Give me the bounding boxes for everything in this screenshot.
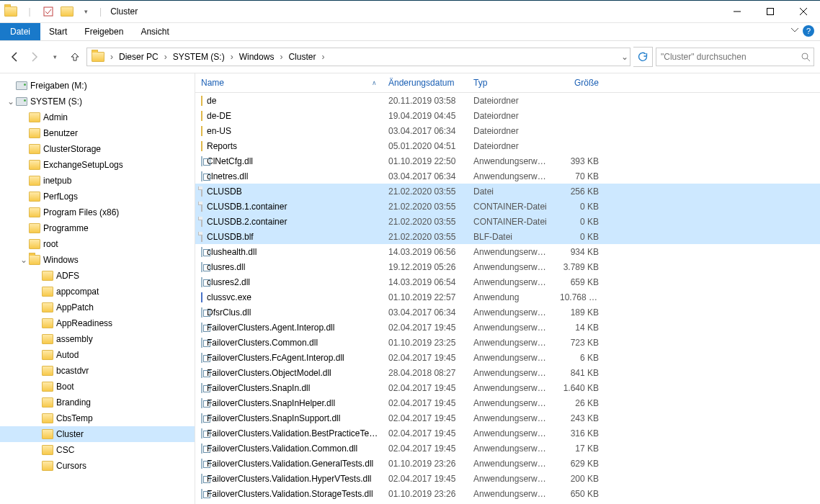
tree-node[interactable]: ›assembly bbox=[0, 331, 195, 347]
file-rows[interactable]: de20.11.2019 03:58Dateiordnerde-DE19.04.… bbox=[195, 93, 820, 504]
qat-properties-icon[interactable] bbox=[40, 4, 56, 19]
tree-node[interactable]: ›Admin bbox=[0, 109, 195, 125]
table-row[interactable]: en-US03.04.2017 06:34Dateiordner bbox=[195, 123, 820, 138]
column-size[interactable]: Größe bbox=[554, 73, 605, 92]
breadcrumb[interactable]: SYSTEM (S:) bbox=[170, 49, 228, 65]
tab-file[interactable]: Datei bbox=[0, 23, 40, 40]
table-row[interactable]: CLUSDB21.02.2020 03:55Datei256 KB bbox=[195, 184, 820, 199]
table-row[interactable]: FailoverClusters.Common.dll01.10.2019 23… bbox=[195, 335, 820, 350]
cell-date: 21.02.2020 03:55 bbox=[383, 186, 468, 197]
chevron-right-icon[interactable]: › bbox=[163, 52, 169, 62]
breadcrumb-root-icon[interactable] bbox=[89, 49, 107, 65]
cell-date: 14.03.2019 06:56 bbox=[383, 247, 468, 257]
tree-node[interactable]: ›ClusterStorage bbox=[0, 141, 195, 157]
help-icon[interactable]: ? bbox=[803, 25, 814, 37]
tree-node[interactable]: ›root bbox=[0, 236, 195, 252]
tree-node[interactable]: ›Programme bbox=[0, 220, 195, 236]
tree-node[interactable]: ›bcastdvr bbox=[0, 363, 195, 379]
refresh-button[interactable] bbox=[633, 47, 653, 67]
tree-node[interactable]: ›Cluster bbox=[0, 426, 195, 442]
table-row[interactable]: FailoverClusters.Validation.GeneralTests… bbox=[195, 456, 820, 471]
tree-node[interactable]: ⌄SYSTEM (S:) bbox=[0, 94, 195, 109]
table-row[interactable]: ClNetCfg.dll01.10.2019 22:50Anwendungser… bbox=[195, 153, 820, 168]
chevron-right-icon[interactable]: › bbox=[278, 52, 284, 62]
table-row[interactable]: clusres.dll19.12.2019 05:26Anwendungserw… bbox=[195, 259, 820, 274]
address-bar[interactable]: › Dieser PC › SYSTEM (S:) › Windows › Cl… bbox=[86, 48, 630, 66]
tree-label: ExchangeSetupLogs bbox=[43, 160, 123, 170]
table-row[interactable]: clnetres.dll03.04.2017 06:34Anwendungser… bbox=[195, 168, 820, 184]
table-row[interactable]: de-DE19.04.2019 04:45Dateiordner bbox=[195, 108, 820, 123]
qat-dropdown-icon[interactable]: ▾ bbox=[78, 4, 94, 19]
table-row[interactable]: FailoverClusters.FcAgent.Interop.dll02.0… bbox=[195, 350, 820, 365]
tree-node[interactable]: ›AppPatch bbox=[0, 300, 195, 315]
table-row[interactable]: clussvc.exe01.10.2019 22:57Anwendung10.7… bbox=[195, 289, 820, 305]
address-dropdown-icon[interactable]: ⌄ bbox=[621, 52, 628, 62]
ribbon-expand-icon[interactable] bbox=[791, 26, 798, 33]
table-row[interactable]: CLUSDB.blf21.02.2020 03:55BLF-Datei0 KB bbox=[195, 229, 820, 244]
table-row[interactable]: clusres2.dll14.03.2019 06:54Anwendungser… bbox=[195, 274, 820, 289]
tab-start[interactable]: Start bbox=[40, 24, 76, 40]
breadcrumb[interactable]: Dieser PC bbox=[116, 49, 161, 65]
table-row[interactable]: FailoverClusters.SnapInHelper.dll02.04.2… bbox=[195, 395, 820, 410]
column-type[interactable]: Typ bbox=[468, 73, 554, 92]
tree-node[interactable]: ›Branding bbox=[0, 395, 195, 410]
table-row[interactable]: FailoverClusters.Validation.StorageTests… bbox=[195, 486, 820, 501]
qat-new-folder-icon[interactable] bbox=[59, 4, 75, 19]
tree-node[interactable]: ›Autod bbox=[0, 347, 195, 363]
tab-share[interactable]: Freigeben bbox=[76, 24, 132, 40]
search-box[interactable] bbox=[656, 48, 814, 66]
tree-node[interactable]: ›Boot bbox=[0, 379, 195, 395]
up-button[interactable] bbox=[66, 48, 84, 66]
breadcrumb[interactable]: Windows bbox=[236, 49, 277, 65]
minimize-button[interactable] bbox=[721, 1, 754, 22]
table-row[interactable]: CLUSDB.2.container21.02.2020 03:55CONTAI… bbox=[195, 214, 820, 229]
cell-type: Dateiordner bbox=[468, 96, 554, 106]
tree-node[interactable]: ›AppReadiness bbox=[0, 315, 195, 331]
expand-icon[interactable]: ⌄ bbox=[19, 255, 29, 265]
tree-label: bcastdvr bbox=[56, 366, 89, 376]
breadcrumb[interactable]: Cluster bbox=[285, 49, 318, 65]
tab-view[interactable]: Ansicht bbox=[132, 24, 177, 40]
tree-node[interactable]: ›ADFS bbox=[0, 268, 195, 284]
tree-node[interactable]: ⌄Windows bbox=[0, 252, 195, 268]
tree-node[interactable]: ›Freigaben (M:) bbox=[0, 78, 195, 94]
cell-size: 3.789 KB bbox=[554, 262, 605, 272]
table-row[interactable]: de20.11.2019 03:58Dateiordner bbox=[195, 93, 820, 108]
search-input[interactable] bbox=[659, 51, 801, 63]
table-row[interactable]: FailoverClusters.Validation.HyperVTests.… bbox=[195, 471, 820, 486]
table-row[interactable]: FailoverClusters.Validation.Common.dll02… bbox=[195, 441, 820, 456]
chevron-right-icon[interactable]: › bbox=[320, 52, 326, 62]
tree-node[interactable]: ›CbsTemp bbox=[0, 410, 195, 426]
tree-node[interactable]: ›CSC bbox=[0, 442, 195, 458]
recent-dropdown-icon[interactable]: ▾ bbox=[46, 48, 63, 66]
table-row[interactable]: FailoverClusters.SnapInSupport.dll02.04.… bbox=[195, 410, 820, 426]
tree-node[interactable]: ›ExchangeSetupLogs bbox=[0, 157, 195, 173]
file-name: de-DE bbox=[207, 111, 231, 121]
chevron-right-icon[interactable]: › bbox=[109, 52, 115, 62]
column-name[interactable]: Name∧ bbox=[195, 73, 383, 92]
app-icon[interactable] bbox=[3, 4, 19, 19]
table-row[interactable]: clushealth.dll14.03.2019 06:56Anwendungs… bbox=[195, 244, 820, 259]
maximize-button[interactable] bbox=[754, 1, 787, 22]
column-date[interactable]: Änderungsdatum bbox=[383, 73, 468, 92]
tree-node[interactable]: ›PerfLogs bbox=[0, 189, 195, 204]
tree-node[interactable]: ›appcompat bbox=[0, 284, 195, 300]
tree-node[interactable]: ›Program Files (x86) bbox=[0, 204, 195, 220]
navigation-tree[interactable]: ›Freigaben (M:)⌄SYSTEM (S:)›Admin›Benutz… bbox=[0, 73, 195, 504]
back-button[interactable] bbox=[6, 48, 23, 66]
table-row[interactable]: Reports05.01.2020 04:51Dateiordner bbox=[195, 138, 820, 153]
table-row[interactable]: FailoverClusters.Validation.BestPractice… bbox=[195, 426, 820, 441]
table-row[interactable]: FailoverClusters.SnapIn.dll02.04.2017 19… bbox=[195, 380, 820, 395]
search-icon[interactable] bbox=[801, 52, 811, 62]
table-row[interactable]: FailoverClusters.Agent.Interop.dll02.04.… bbox=[195, 320, 820, 335]
tree-node[interactable]: ›Cursors bbox=[0, 458, 195, 474]
forward-button[interactable] bbox=[26, 48, 43, 66]
expand-icon[interactable]: ⌄ bbox=[6, 96, 16, 107]
table-row[interactable]: DfsrClus.dll03.04.2017 06:34Anwendungser… bbox=[195, 305, 820, 320]
table-row[interactable]: CLUSDB.1.container21.02.2020 03:55CONTAI… bbox=[195, 199, 820, 214]
tree-node[interactable]: ›inetpub bbox=[0, 173, 195, 189]
close-button[interactable] bbox=[787, 1, 820, 22]
tree-node[interactable]: ›Benutzer bbox=[0, 125, 195, 141]
table-row[interactable]: FailoverClusters.ObjectModel.dll28.04.20… bbox=[195, 365, 820, 380]
chevron-right-icon[interactable]: › bbox=[229, 52, 235, 62]
